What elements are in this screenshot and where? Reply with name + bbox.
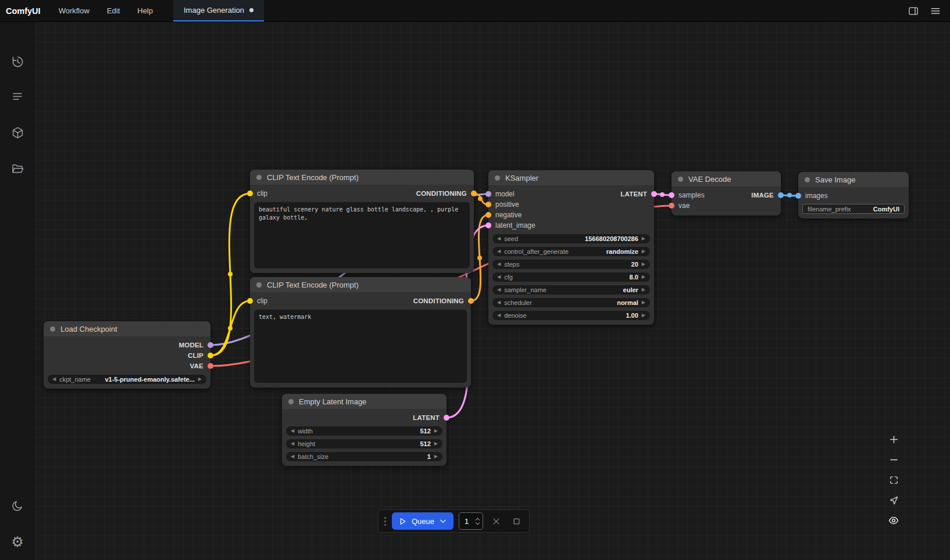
decrement-arrow-icon[interactable]: ◀: [291, 454, 294, 459]
input-port-clip[interactable]: [247, 191, 253, 196]
widget-value: 512: [420, 440, 430, 447]
decrement-arrow-icon[interactable]: ◀: [497, 288, 501, 292]
node-ksampler[interactable]: KSampler model LATENT positive negative …: [488, 170, 654, 325]
tab-image-generation[interactable]: Image Generation: [173, 0, 264, 21]
settings-button[interactable]: ⚙: [6, 530, 29, 554]
output-port-clip[interactable]: [208, 353, 213, 358]
node-status-dot[interactable]: [288, 399, 294, 404]
input-port-clip[interactable]: [247, 298, 253, 304]
menu-help[interactable]: Help: [128, 0, 162, 21]
stop-button[interactable]: [509, 514, 524, 529]
widget-batch-size[interactable]: ◀ batch_size 1 ▶: [286, 452, 442, 461]
prompt-text-area[interactable]: text, watermark: [254, 310, 467, 383]
panel-toggle-icon[interactable]: [905, 2, 922, 20]
widget-sampler-name[interactable]: ◀ sampler_name euler ▶: [492, 285, 650, 295]
node-status-dot[interactable]: [495, 175, 500, 181]
input-port-model[interactable]: [485, 191, 491, 197]
input-port-positive[interactable]: [485, 202, 491, 207]
increment-arrow-icon[interactable]: ▶: [434, 429, 438, 433]
output-port-latent[interactable]: [651, 191, 657, 197]
widget-steps[interactable]: ◀ steps 20 ▶: [492, 260, 650, 269]
fit-view-button[interactable]: [885, 472, 902, 488]
widget-denoise[interactable]: ◀ denoise 1.00 ▶: [492, 311, 650, 320]
increment-arrow-icon[interactable]: ▶: [642, 313, 645, 318]
node-vae-decode[interactable]: VAE Decode samples IMAGE vae: [672, 171, 781, 216]
input-port-vae[interactable]: [669, 203, 674, 209]
input-port-negative[interactable]: [485, 212, 491, 218]
menu-edit[interactable]: Edit: [98, 0, 128, 21]
sidebar-item-queue-history[interactable]: [6, 50, 29, 73]
widget-cfg[interactable]: ◀ cfg 8.0 ▶: [492, 272, 650, 282]
output-port-latent[interactable]: [444, 415, 449, 421]
widget-scheduler[interactable]: ◀ scheduler normal ▶: [492, 298, 650, 307]
node-status-dot[interactable]: [678, 177, 683, 182]
output-port-conditioning[interactable]: [471, 191, 477, 196]
select-mode-button[interactable]: [885, 492, 902, 508]
widget-filename-prefix[interactable]: filename_prefix ComfyUI: [802, 204, 905, 214]
increment-arrow-icon[interactable]: ▶: [198, 377, 202, 382]
node-header[interactable]: CLIP Text Encode (Prompt): [250, 277, 471, 292]
output-port-image[interactable]: [778, 192, 784, 198]
node-header[interactable]: CLIP Text Encode (Prompt): [250, 170, 474, 185]
sidebar-item-workflows[interactable]: [6, 157, 29, 180]
menu-workflow[interactable]: Workflow: [50, 0, 98, 21]
increment-arrow-icon[interactable]: ▶: [642, 288, 645, 292]
input-port-images[interactable]: [795, 193, 801, 199]
increment-arrow-icon[interactable]: ▶: [642, 300, 645, 305]
decrement-arrow-icon[interactable]: ◀: [52, 377, 56, 382]
node-header[interactable]: VAE Decode: [672, 171, 781, 186]
cancel-button[interactable]: [488, 514, 503, 529]
node-status-dot[interactable]: [256, 175, 262, 180]
chevron-up-icon[interactable]: [475, 517, 480, 521]
decrement-arrow-icon[interactable]: ◀: [497, 313, 501, 318]
decrement-arrow-icon[interactable]: ◀: [497, 236, 501, 241]
chevron-down-icon[interactable]: [439, 517, 447, 525]
hamburger-menu-icon[interactable]: [927, 2, 944, 20]
node-load-checkpoint[interactable]: Load Checkpoint MODEL CLIP VAE ◀ ckpt_na…: [44, 321, 210, 389]
increment-arrow-icon[interactable]: ▶: [642, 249, 645, 254]
node-clip-text-encode-negative[interactable]: CLIP Text Encode (Prompt) clip CONDITION…: [250, 277, 471, 387]
node-header[interactable]: Load Checkpoint: [44, 321, 210, 336]
input-port-latent-image[interactable]: [485, 222, 491, 228]
output-port-vae[interactable]: [208, 363, 213, 369]
queue-button[interactable]: Queue: [392, 512, 453, 530]
node-header[interactable]: KSampler: [488, 170, 654, 185]
decrement-arrow-icon[interactable]: ◀: [497, 249, 501, 254]
zoom-out-button[interactable]: [885, 451, 902, 468]
sidebar-item-node-library[interactable]: [6, 85, 29, 108]
output-port-model[interactable]: [208, 342, 213, 348]
prompt-text-area[interactable]: beautiful scenery nature glass bottle la…: [254, 202, 470, 268]
decrement-arrow-icon[interactable]: ◀: [497, 275, 501, 279]
widget-height[interactable]: ◀ height 512 ▶: [286, 439, 442, 448]
node-status-dot[interactable]: [805, 177, 810, 182]
node-empty-latent-image[interactable]: Empty Latent Image LATENT ◀ width 512 ▶ …: [282, 394, 447, 466]
widget-seed[interactable]: ◀ seed 156680208700286 ▶: [492, 234, 650, 243]
increment-arrow-icon[interactable]: ▶: [434, 441, 438, 446]
decrement-arrow-icon[interactable]: ◀: [497, 262, 501, 267]
increment-arrow-icon[interactable]: ▶: [642, 236, 645, 241]
increment-arrow-icon[interactable]: ▶: [642, 262, 645, 267]
toggle-link-visibility-button[interactable]: [885, 512, 902, 529]
sidebar-item-model-library[interactable]: [6, 121, 29, 144]
node-status-dot[interactable]: [256, 282, 262, 288]
decrement-arrow-icon[interactable]: ◀: [291, 429, 294, 433]
node-clip-text-encode-positive[interactable]: CLIP Text Encode (Prompt) clip CONDITION…: [250, 170, 474, 273]
node-header[interactable]: Empty Latent Image: [282, 394, 447, 409]
increment-arrow-icon[interactable]: ▶: [642, 275, 645, 279]
decrement-arrow-icon[interactable]: ◀: [291, 441, 294, 446]
batch-count-stepper[interactable]: 1: [459, 512, 483, 530]
widget-width[interactable]: ◀ width 512 ▶: [286, 426, 442, 436]
node-status-dot[interactable]: [50, 326, 55, 332]
drag-handle-icon[interactable]: [384, 517, 387, 526]
input-port-samples[interactable]: [669, 192, 674, 198]
theme-toggle-button[interactable]: [6, 494, 29, 518]
decrement-arrow-icon[interactable]: ◀: [497, 300, 501, 305]
zoom-in-button[interactable]: [885, 431, 902, 447]
widget-control-after-generate[interactable]: ◀ control_after_generate randomize ▶: [492, 247, 650, 256]
node-header[interactable]: Save Image: [798, 172, 909, 187]
node-save-image[interactable]: Save Image images filename_prefix ComfyU…: [798, 172, 909, 218]
widget-ckpt-name[interactable]: ◀ ckpt_name v1-5-pruned-emaonly.safete..…: [48, 375, 206, 384]
chevron-down-icon[interactable]: [475, 522, 480, 526]
increment-arrow-icon[interactable]: ▶: [434, 454, 438, 459]
output-port-conditioning[interactable]: [468, 298, 474, 304]
